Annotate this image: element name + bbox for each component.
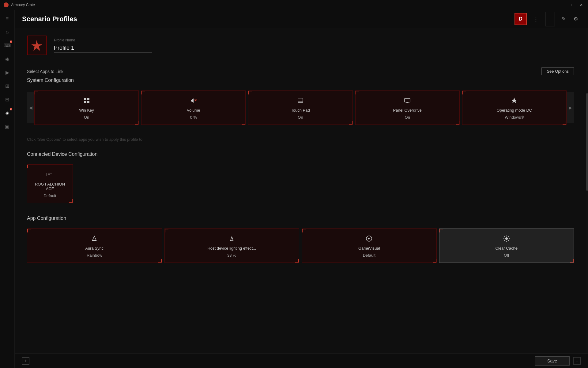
card-corner-br [570,259,574,263]
app-config-header: App Configuration [27,216,574,221]
right-scrollbar[interactable] [586,28,588,353]
profiles-icon: ◈ [6,110,9,116]
host-lighting-icon [227,234,237,243]
volume-label: Volume [187,108,200,113]
bottom-right: Save + [535,356,581,366]
gamevisual-label: GameVisual [358,246,380,251]
card-corner-tl [302,229,306,232]
card-corner-br [456,121,459,125]
content-area: Scenario Profiles D ⋮ ✎ ⚙ [15,10,588,368]
card-corner-tl [27,229,31,232]
touch-pad-label: Touch Pad [291,108,310,113]
card-corner-tl [165,229,168,232]
performance-icon: ▶ [6,70,9,75]
titlebar: Armoury Crate — □ ✕ [0,0,588,10]
operating-mode-card[interactable]: Operating mode DC Windows® [462,90,567,125]
volume-value: 0 % [190,115,197,120]
connected-device-row: ROG FALCHION ACE Default [27,164,574,203]
add-profile-button[interactable]: + [22,357,29,365]
win-key-card[interactable]: Win Key On [34,90,139,125]
gamevisual-card[interactable]: GameVisual Default [302,228,437,263]
aura-sync-card[interactable]: Aura Sync Rainbow [27,228,162,263]
aura-sync-label: Aura Sync [85,246,104,251]
system-config-nav-right[interactable]: ▶ [567,92,574,123]
see-options-button[interactable]: See Options [541,67,574,75]
profile-name-input[interactable] [54,44,152,53]
touch-pad-card[interactable]: Touch Pad On [248,90,352,125]
svg-rect-3 [87,101,89,103]
host-lighting-value: 33 % [227,253,236,258]
topbar-profile-badge[interactable]: D [514,13,527,25]
aura-sync-value: Rainbow [87,253,102,258]
apps-label: Select Apps to Link [27,69,63,74]
touch-pad-icon [296,96,305,105]
menu-icon: ≡ [6,16,9,21]
card-corner-tl [356,91,359,94]
close-button[interactable]: ✕ [578,3,584,7]
host-lighting-card[interactable]: Host device lighting effect... 33 % [164,228,300,263]
card-corner-br [69,199,73,203]
sidebar-item-keyboard[interactable]: ⌨ H [1,39,13,52]
system-config-cards: Win Key On [34,90,567,125]
card-corner-br [349,121,352,125]
sidebar: ≡ ⌂ ⌨ H ◉ ▶ ⊞ ⊟ ◈ H ▣ [0,10,15,368]
app-title: Armoury Crate [11,3,556,7]
clear-cache-value: Off [504,253,509,258]
rog-falchion-card[interactable]: ROG FALCHION ACE Default [27,164,73,203]
window-controls: — □ ✕ [556,3,584,7]
home-icon: ⌂ [6,29,9,35]
topbar: Scenario Profiles D ⋮ ✎ ⚙ [15,10,588,28]
profile-avatar [27,36,47,55]
svg-point-16 [505,237,508,240]
topbar-more-menu[interactable]: ⋮ [530,14,541,24]
profiles-badge: H [10,108,12,110]
svg-rect-2 [84,101,86,103]
system-config-nav-left[interactable]: ◀ [27,92,34,123]
panel-overdrive-label: Panel Overdrive [393,108,422,113]
sidebar-item-devices[interactable]: ▣ [1,120,13,132]
save-button[interactable]: Save [535,356,570,366]
maximize-button[interactable]: □ [567,3,573,7]
topbar-device-icon [545,12,555,26]
panel-overdrive-value: On [405,115,410,120]
edit-button[interactable]: ✎ [559,14,568,24]
svg-marker-4 [191,98,194,103]
page-title: Scenario Profiles [22,15,514,23]
profile-section: Profile Name [27,36,574,55]
sidebar-item-menu[interactable]: ≡ [1,12,13,25]
app-icon [4,2,9,7]
win-key-icon [82,96,92,105]
system-config-row: ◀ Win Key On [27,90,574,125]
svg-rect-0 [84,98,86,100]
card-corner-br [295,259,299,263]
profile-info: Profile Name [54,38,574,53]
card-corner-tl [439,229,443,232]
sidebar-item-performance[interactable]: ▶ [1,66,13,79]
sidebar-item-home[interactable]: ⌂ [1,26,13,38]
sidebar-item-profiles[interactable]: ◈ H [1,107,13,119]
gamevisual-value: Default [363,253,375,258]
sidebar-item-controls[interactable]: ⊟ [1,93,13,105]
panel-overdrive-icon [402,96,412,105]
panel-overdrive-card[interactable]: Panel Overdrive On [355,90,460,125]
minimize-button[interactable]: — [556,3,562,7]
sidebar-item-settings2[interactable]: ⊞ [1,80,13,92]
operating-mode-value: Windows® [505,115,524,120]
keyboard-badge: H [10,40,12,43]
keyboard-icon: ⌨ [4,43,11,48]
card-corner-tl [462,91,466,94]
card-corner-br [242,121,245,125]
volume-card[interactable]: Volume 0 % [141,90,246,125]
connected-device-header: Connected Device Configuration [27,151,574,157]
svg-rect-7 [298,98,303,102]
app-config-cards: Aura Sync Rainbow H [27,228,574,263]
controls-icon: ⊟ [5,97,9,102]
settings-button[interactable]: ⚙ [571,14,581,24]
sidebar-item-device[interactable]: ◉ [1,53,13,65]
zoom-in-button[interactable]: + [573,357,581,365]
volume-icon [189,96,198,105]
card-corner-tl [141,91,145,94]
clear-cache-card[interactable]: Clear Cache Off [439,228,574,263]
card-corner-tl [27,165,31,168]
scrollbar-thumb [586,93,588,191]
